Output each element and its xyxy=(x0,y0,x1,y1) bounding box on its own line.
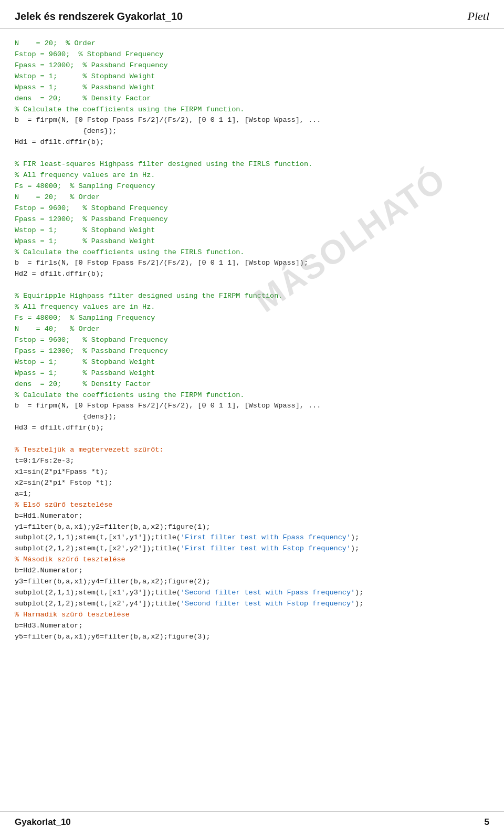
code-content: N = 20; % Order Fstop = 9600; % Stopband… xyxy=(0,29,504,648)
brand-label: Pletl xyxy=(467,9,489,23)
page-title: Jelek és rendszerek Gyakorlat_10 xyxy=(15,11,183,23)
page-header: Jelek és rendszerek Gyakorlat_10 Pletl xyxy=(0,0,504,29)
footer-page-number: 5 xyxy=(485,817,489,828)
page-footer: Gyakorlat_10 5 xyxy=(0,811,504,828)
footer-title: Gyakorlat_10 xyxy=(15,817,71,828)
